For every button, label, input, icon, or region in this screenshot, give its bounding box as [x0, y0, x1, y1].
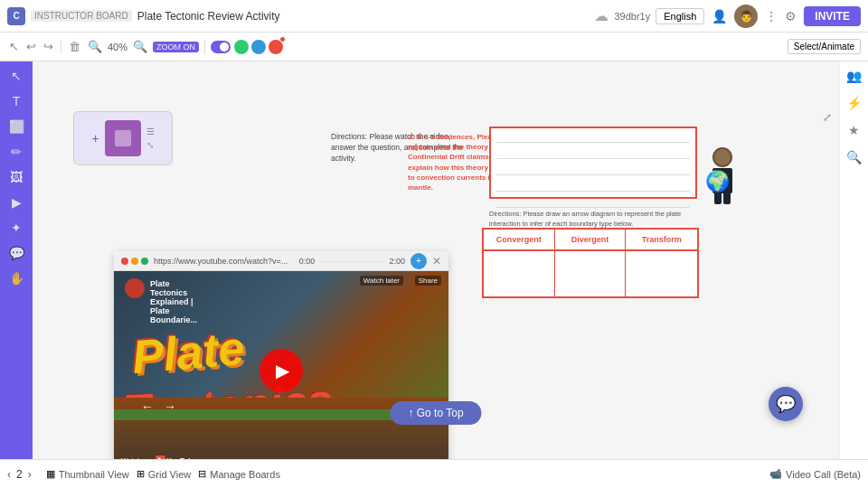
chat-bubble-button[interactable]: 💬: [769, 387, 803, 421]
manage-boards-btn[interactable]: ⊟ Manage Boards: [198, 468, 280, 480]
canvas-area[interactable]: + ☰ ⤡ Directions: Please watch the video…: [33, 61, 839, 459]
next-page-button[interactable]: ›: [28, 468, 32, 481]
prev-page-button[interactable]: ‹: [7, 468, 11, 481]
color-circle-red[interactable]: [269, 40, 283, 54]
watch-on-text: Watch on: [121, 456, 152, 460]
star-tool-icon[interactable]: ✦: [11, 221, 22, 235]
watch-later-btn[interactable]: Watch later: [360, 276, 403, 286]
secondary-toolbar: ↖ ↩ ↪ 🗑 🔍 40% 🔍 ZOOM ON Select/Animate: [0, 33, 868, 61]
hand-tool-icon[interactable]: ✋: [9, 271, 24, 286]
divider2: [204, 40, 205, 54]
bitmoji-head: [712, 147, 732, 167]
image-tool-icon[interactable]: 🖼: [10, 170, 23, 184]
undo-icon[interactable]: ↩: [24, 38, 38, 55]
divider1: [61, 40, 61, 54]
thumbnail-icon: ▦: [46, 468, 55, 480]
nav-plus-icon[interactable]: +: [91, 131, 99, 145]
avatar[interactable]: 👨: [734, 5, 758, 28]
answer-line-5: [496, 199, 690, 208]
video-call-button[interactable]: 📹 Video Call (Beta): [769, 468, 861, 480]
nav-move-icon[interactable]: ⤡: [146, 140, 155, 150]
table-header: Convergent Divergent Transform: [484, 230, 697, 251]
video-call-icon: 📹: [769, 468, 782, 480]
yt-blue-button[interactable]: +: [410, 253, 427, 269]
board-code: 39dbr1y: [614, 11, 650, 22]
nav-right-icons: ☰ ⤡: [146, 127, 155, 150]
settings-icon[interactable]: ⚙: [785, 9, 797, 23]
play-tool-icon[interactable]: ▶: [12, 195, 22, 210]
right-star-icon[interactable]: ★: [848, 123, 860, 137]
chat-tool-icon[interactable]: 💬: [9, 246, 24, 260]
answer-line-1: [496, 134, 690, 143]
youtube-topbar: https://www.youtube.com/watch?v=... 0:00…: [114, 251, 448, 271]
url-bar[interactable]: https://www.youtube.com/watch?v=...: [154, 257, 294, 266]
convergent-cell[interactable]: [484, 251, 555, 296]
redo-icon[interactable]: ↪: [42, 38, 55, 55]
grid-view-btn[interactable]: ⊞ Grid View: [137, 468, 191, 480]
board-title: Plate Tectonic Review Activity: [137, 10, 590, 23]
minimize-dot[interactable]: [131, 258, 138, 265]
thumbnail-label: Thumbnail View: [59, 469, 129, 480]
youtube-card[interactable]: https://www.youtube.com/watch?v=... 0:00…: [114, 251, 448, 459]
main-toolbar: C INSTRUCTOR BOARD Plate Tectonic Review…: [0, 0, 868, 33]
play-button[interactable]: ▶: [259, 349, 303, 392]
chat-icon: 💬: [776, 394, 796, 414]
nav-list-icon[interactable]: ☰: [146, 127, 155, 136]
left-sidebar: ↖ T ⬜ ✏ 🖼 ▶ ✦ 💬 ✋: [0, 61, 33, 459]
yt-logo-text: YouTube: [167, 456, 197, 460]
table-body: [484, 251, 697, 296]
board-badge: INSTRUCTOR BOARD: [31, 10, 132, 22]
plate-boundary-table: Convergent Divergent Transform: [482, 228, 699, 298]
channel-title: Plate Tectonics Explained | Plate Bounda…: [150, 279, 197, 324]
boards-label: Manage Boards: [210, 469, 280, 480]
main-area: ↖ T ⬜ ✏ 🖼 ▶ ✦ 💬 ✋ + ☰ ⤡: [0, 61, 868, 459]
cursor-icon[interactable]: ↖: [7, 38, 21, 55]
more-icon[interactable]: ⋮: [765, 9, 778, 23]
delete-icon[interactable]: 🗑: [67, 38, 82, 55]
boards-icon: ⊟: [198, 468, 206, 480]
right-search-icon[interactable]: 🔍: [846, 150, 862, 164]
pen-tool-icon[interactable]: ✏: [11, 145, 22, 159]
yt-logo-icon: ▶: [156, 455, 165, 459]
window-controls: [121, 258, 148, 265]
zoom-in-icon[interactable]: 🔍: [131, 38, 149, 55]
watch-on-container: Watch on ▶ YouTube: [121, 455, 197, 459]
zoom-control: 40% 🔍 ZOOM ON: [108, 38, 199, 55]
zoom-toggle[interactable]: ZOOM ON: [153, 42, 199, 52]
zoom-out-icon[interactable]: 🔍: [86, 38, 104, 55]
bottom-bar: ‹ 2 › ▦ Thumbnail View ⊞ Grid View ⊟ Man…: [0, 459, 868, 488]
transform-cell[interactable]: [626, 251, 697, 296]
color-circle-green[interactable]: [234, 40, 249, 54]
share-btn[interactable]: Share: [415, 276, 441, 286]
expand-icon[interactable]: ⤢: [823, 111, 832, 124]
thumbnail-view-btn[interactable]: ▦ Thumbnail View: [46, 468, 129, 480]
divergent-cell[interactable]: [555, 251, 627, 296]
invite-button[interactable]: INVITE: [804, 6, 861, 26]
answer-lines: [491, 128, 695, 213]
video-call-label: Video Call (Beta): [786, 469, 861, 480]
shape-tool-icon[interactable]: ⬜: [9, 119, 24, 134]
zoom-value: 40%: [108, 42, 127, 52]
time-end: 2:00: [389, 257, 405, 266]
right-layers-icon[interactable]: ⚡: [846, 96, 862, 110]
close-button[interactable]: ✕: [432, 255, 441, 267]
toggle-switch[interactable]: [211, 41, 231, 53]
text-tool-icon[interactable]: T: [13, 94, 21, 108]
cursor-tool-icon[interactable]: ↖: [11, 69, 22, 83]
arrow-right: →: [164, 399, 176, 414]
select-animate-button[interactable]: Select/Animate: [788, 39, 861, 54]
language-selector[interactable]: English: [656, 8, 704, 24]
toolbar-right: English 👤 👨 ⋮ ⚙ INVITE: [656, 5, 861, 28]
play-icon: ▶: [276, 360, 289, 381]
directions-text-2: Directions: Please draw an arrow diagram…: [489, 210, 697, 229]
maximize-dot[interactable]: [141, 258, 148, 265]
color-circle-blue[interactable]: [251, 40, 266, 54]
go-to-top-button[interactable]: ↑ Go to Top: [390, 401, 481, 425]
toolbar-right-section: Select/Animate: [788, 39, 861, 54]
answer-box-1[interactable]: [489, 127, 697, 199]
grid-label: Grid View: [148, 469, 191, 480]
user-icon[interactable]: 👤: [712, 9, 727, 23]
close-dot[interactable]: [121, 258, 128, 265]
convergent-header: Convergent: [484, 230, 555, 249]
right-users-icon[interactable]: 👥: [846, 69, 862, 83]
